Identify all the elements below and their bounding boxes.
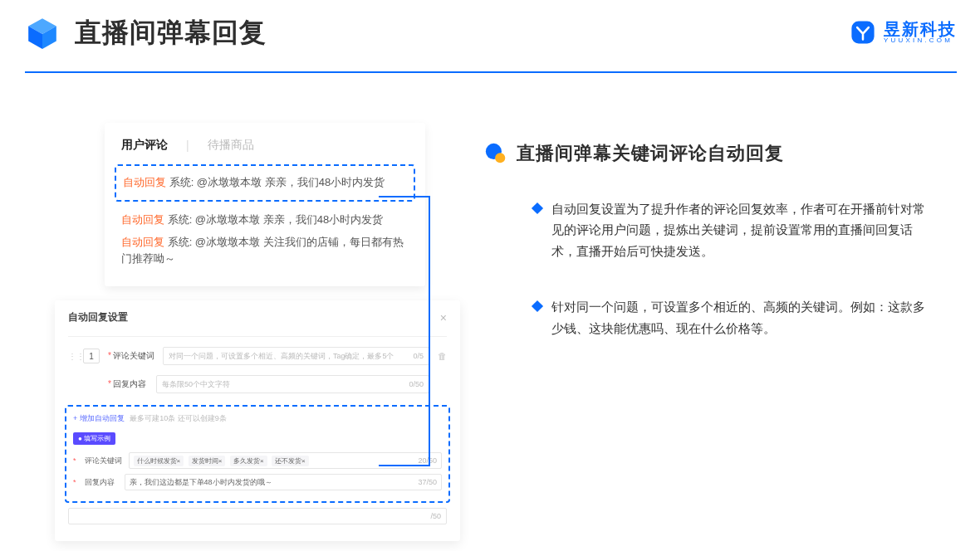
- example-content-input[interactable]: 亲，我们这边都是下单48小时内发货的哦～ 37/50: [125, 474, 442, 490]
- brand-logo-icon: [849, 18, 877, 46]
- keyword-row: ⋮⋮ 1 *评论关键词 对同一个问题，可设置多个相近、高频的关键词，Tag确定，…: [55, 342, 460, 370]
- keyword-input[interactable]: 对同一个问题，可设置多个相近、高频的关键词，Tag确定，最多5个 0/5: [163, 347, 429, 365]
- header: 直播间弹幕回复: [25, 15, 267, 51]
- content-label: 回复内容: [113, 379, 146, 388]
- cube-icon: [25, 16, 60, 51]
- comments-tabs: 用户评论 | 待播商品: [121, 138, 409, 153]
- screenshot-mock: 用户评论 | 待播商品 自动回复 系统: @冰墩墩本墩 亲亲，我们48小时内发货…: [55, 123, 460, 513]
- bullet-item: 自动回复设置为了提升作者的评论回复效率，作者可在开播前针对常见的评论用户问题，提…: [485, 199, 938, 262]
- svg-point-5: [495, 153, 505, 163]
- example-badge: ● 填写示例: [73, 432, 115, 445]
- delete-icon[interactable]: 🗑: [438, 351, 447, 361]
- example-content-row: * 回复内容 亲，我们这边都是下单48小时内发货的哦～ 37/50: [73, 471, 442, 493]
- header-divider: [25, 71, 957, 73]
- description-section: 直播间弹幕关键词评论自动回复 自动回复设置为了提升作者的评论回复效率，作者可在开…: [485, 141, 938, 374]
- brand-logo-block: 昱新科技 YUUXIN.COM: [849, 18, 957, 46]
- example-keyword-input[interactable]: 什么时候发货× 发货时间× 多久发货× 还不发货× 20/50: [129, 452, 442, 469]
- comment-row: 自动回复 系统: @冰墩墩本墩 亲亲，我们48小时内发货: [121, 212, 409, 229]
- example-keyword-row: * 评论关键词 什么时候发货× 发货时间× 多久发货× 还不发货× 20/50: [73, 450, 442, 471]
- chat-bubble-icon: [485, 143, 507, 164]
- row-index: 1: [83, 349, 100, 363]
- connector-line: [379, 196, 430, 197]
- comment-text: 系统: @冰墩墩本墩 亲亲，我们48小时内发货: [168, 213, 384, 226]
- auto-reply-tag: 自动回复: [123, 176, 166, 188]
- diamond-icon: [532, 202, 543, 214]
- bullet-item: 针对同一个问题，可设置多个相近的、高频的关键词。例如：这款多少钱、这块能优惠吗、…: [485, 297, 938, 339]
- keyword-label: 评论关键词: [113, 351, 154, 360]
- connector-line: [379, 465, 430, 466]
- tab-user-comments[interactable]: 用户评论: [121, 138, 168, 153]
- comments-panel: 用户评论 | 待播商品 自动回复 系统: @冰墩墩本墩 亲亲，我们48小时内发货…: [105, 123, 425, 286]
- comment-row: 自动回复 系统: @冰墩墩本墩 关注我们的店铺，每日都有热门推荐呦～: [121, 234, 409, 269]
- drag-handle-icon[interactable]: ⋮⋮: [68, 352, 75, 361]
- auto-reply-settings-modal: 自动回复设置 × ⋮⋮ 1 *评论关键词 对同一个问题，可设置多个相近、高频的关…: [55, 300, 460, 541]
- section-header: 直播间弹幕关键词评论自动回复: [485, 141, 938, 166]
- brand-name-cn: 昱新科技: [884, 21, 957, 37]
- diamond-icon: [532, 300, 543, 312]
- auto-reply-tag: 自动回复: [121, 236, 164, 248]
- auto-reply-tag: 自动回复: [121, 213, 164, 226]
- content-input[interactable]: 每条限50个中文字符 0/50: [156, 375, 429, 393]
- comment-text: 系统: @冰墩墩本墩 亲亲，我们48小时内发货: [169, 176, 385, 188]
- divider: [68, 336, 447, 337]
- bullet-text: 自动回复设置为了提升作者的评论回复效率，作者可在开播前针对常见的评论用户问题，提…: [551, 199, 927, 262]
- extra-input[interactable]: /50: [68, 508, 447, 524]
- example-box: + 增加自动回复 最多可建10条 还可以创建9条 ● 填写示例 * 评论关键词 …: [65, 405, 450, 503]
- modal-title: 自动回复设置: [68, 310, 128, 324]
- connector-line: [429, 196, 430, 466]
- highlighted-comment: 自动回复 系统: @冰墩墩本墩 亲亲，我们48小时内发货: [115, 164, 415, 202]
- content-row: *回复内容 每条限50个中文字符 0/50: [55, 370, 460, 398]
- add-auto-reply-link[interactable]: + 增加自动回复 最多可建10条 还可以创建9条: [73, 413, 442, 424]
- close-icon[interactable]: ×: [440, 311, 447, 324]
- tab-separator: |: [186, 139, 189, 152]
- page-title: 直播间弹幕回复: [75, 15, 267, 51]
- section-title: 直播间弹幕关键词评论自动回复: [517, 141, 784, 166]
- brand-name-en: YUUXIN.COM: [884, 37, 957, 44]
- bullet-text: 针对同一个问题，可设置多个相近的、高频的关键词。例如：这款多少钱、这块能优惠吗、…: [551, 297, 927, 339]
- tab-pending-goods[interactable]: 待播商品: [208, 138, 254, 153]
